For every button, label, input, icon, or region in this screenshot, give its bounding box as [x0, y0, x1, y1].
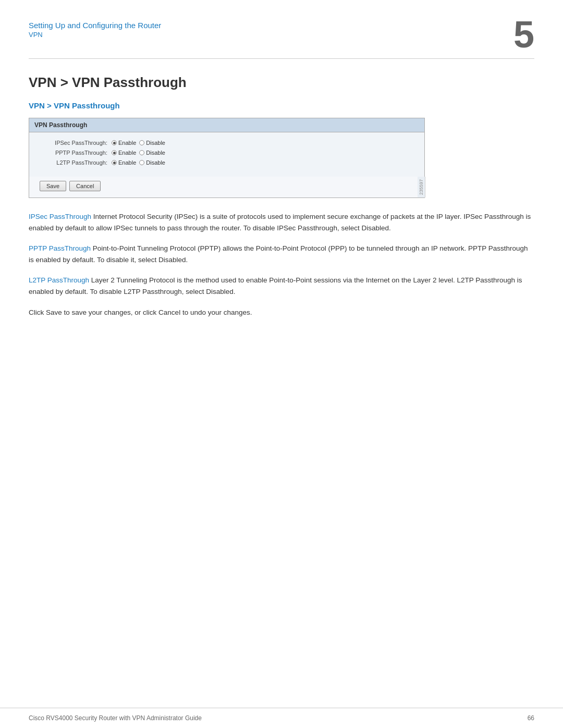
l2tp-enable-radio[interactable]	[112, 160, 117, 165]
l2tp-label: L2TP PassThrough:	[40, 159, 107, 166]
page-title: VPN > VPN Passthrough	[29, 75, 534, 91]
l2tp-radio-group[interactable]: Enable Disable	[112, 159, 165, 166]
header-left: Setting Up and Configuring the Router VP…	[29, 21, 161, 39]
ui-box-body: IPSec PassThrough: Enable Disable	[29, 132, 424, 177]
header-divider	[29, 58, 534, 59]
l2tp-enable-option[interactable]: Enable	[112, 159, 136, 166]
pptp-disable-radio[interactable]	[139, 150, 144, 155]
chapter-title: Setting Up and Configuring the Router	[29, 21, 161, 30]
watermark: 235597	[418, 177, 425, 198]
l2tp-disable-radio[interactable]	[139, 160, 144, 165]
vpn-passthrough-ui-box: VPN Passthrough IPSec PassThrough: Enabl…	[29, 118, 425, 198]
save-note: Click Save to save your changes, or clic…	[29, 307, 534, 318]
pptp-label: PPTP PassThrough:	[40, 150, 107, 156]
ipsec-enable-label: Enable	[118, 140, 136, 146]
page-header: Setting Up and Configuring the Router VP…	[0, 0, 563, 53]
pptp-enable-radio[interactable]	[112, 150, 117, 155]
pptp-row: PPTP PassThrough: Enable Disable	[40, 150, 414, 156]
pptp-enable-option[interactable]: Enable	[112, 150, 136, 156]
pptp-radio-group[interactable]: Enable Disable	[112, 150, 165, 156]
l2tp-description: L2TP PassThrough Layer 2 Tunneling Proto…	[29, 275, 534, 297]
footer-page-number: 66	[528, 714, 534, 722]
ipsec-disable-radio[interactable]	[139, 140, 144, 145]
main-content: VPN > VPN Passthrough VPN > VPN Passthro…	[0, 75, 563, 318]
chapter-subtitle: VPN	[29, 31, 161, 39]
page-container: Setting Up and Configuring the Router VP…	[0, 0, 563, 728]
l2tp-enable-label: Enable	[118, 159, 136, 166]
ipsec-disable-label: Disable	[146, 140, 165, 146]
pptp-disable-option[interactable]: Disable	[139, 150, 165, 156]
ipsec-enable-radio[interactable]	[112, 140, 117, 145]
pptp-description: PPTP PassThrough Point-to-Point Tunnelin…	[29, 243, 534, 265]
ui-buttons-bar: Save Cancel	[29, 177, 424, 198]
l2tp-row: L2TP PassThrough: Enable Disable	[40, 159, 414, 166]
l2tp-disable-label: Disable	[146, 159, 165, 166]
pptp-disable-label: Disable	[146, 150, 165, 156]
l2tp-term: L2TP PassThrough	[29, 276, 89, 284]
page-footer: Cisco RVS4000 Security Router with VPN A…	[0, 708, 563, 728]
pptp-enable-label: Enable	[118, 150, 136, 156]
ipsec-radio-group[interactable]: Enable Disable	[112, 140, 165, 146]
section-heading: VPN > VPN Passthrough	[29, 101, 534, 110]
save-button[interactable]: Save	[40, 181, 66, 191]
pptp-term: PPTP PassThrough	[29, 244, 91, 252]
ipsec-label: IPSec PassThrough:	[40, 140, 107, 146]
chapter-number: 5	[513, 16, 534, 53]
ipsec-row: IPSec PassThrough: Enable Disable	[40, 140, 414, 146]
pptp-desc-text: Point-to-Point Tunneling Protocol (PPTP)…	[29, 244, 528, 264]
ipsec-disable-option[interactable]: Disable	[139, 140, 165, 146]
ui-box-header: VPN Passthrough	[29, 118, 424, 132]
ipsec-desc-text: Internet Protocol Security (IPSec) is a …	[29, 213, 531, 232]
ipsec-description: IPSec PassThrough Internet Protocol Secu…	[29, 211, 534, 233]
ipsec-enable-option[interactable]: Enable	[112, 140, 136, 146]
l2tp-desc-text: Layer 2 Tunneling Protocol is the method…	[29, 276, 522, 295]
footer-left-text: Cisco RVS4000 Security Router with VPN A…	[29, 714, 202, 722]
l2tp-disable-option[interactable]: Disable	[139, 159, 165, 166]
ipsec-term: IPSec PassThrough	[29, 213, 91, 220]
cancel-button[interactable]: Cancel	[69, 181, 101, 191]
